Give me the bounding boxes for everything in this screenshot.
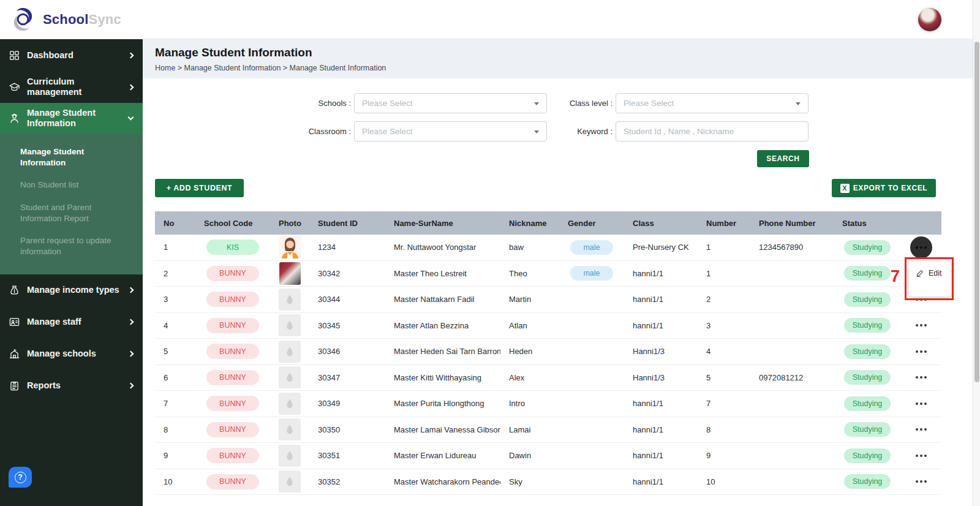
cell-nickname: Dawin [500, 451, 559, 460]
table-row: 4 BUNNY 30345 Master Atlan Bezzina Atlan… [155, 313, 941, 339]
sidebar-item-dashboard[interactable]: Dashboard [0, 39, 143, 71]
cell-photo [270, 289, 309, 311]
student-photo [279, 236, 301, 259]
cell-status: Studying [834, 240, 901, 255]
header-student-id: Student ID [309, 219, 385, 228]
cell-number: 1 [698, 269, 750, 278]
dashboard-icon [8, 49, 20, 61]
photo-placeholder [279, 393, 301, 415]
cell-photo [270, 314, 309, 336]
cell-name-surname: Master Lamai Vanessa Gibson [385, 425, 500, 434]
search-button[interactable]: SEARCH [757, 150, 809, 167]
cell-status: Studying [834, 448, 901, 463]
row-actions-button[interactable] [913, 477, 929, 486]
cell-class: hanni1/1 [624, 321, 698, 330]
sidebar-item-curriculum-management[interactable]: Curriculum management [0, 71, 143, 103]
cell-nickname: Martin [500, 295, 559, 304]
help-button[interactable]: ? [9, 467, 32, 488]
cell-name-surname: Master Erwan Lidureau [385, 451, 500, 460]
cell-actions [901, 347, 941, 357]
row-actions-button[interactable] [913, 347, 929, 357]
school-code-badge: BUNNY [206, 292, 259, 307]
sidebar-item-label: Manage schools [27, 349, 124, 359]
cell-name-surname: Mr. Nuttawoot Yongstar [385, 243, 500, 252]
row-actions-button[interactable] [913, 425, 929, 434]
sidebar-item-manage-staff[interactable]: Manage staff [0, 306, 143, 338]
row-actions-button[interactable] [910, 236, 932, 259]
sidebar-item-manage-student-information[interactable]: Manage Student Information [0, 103, 143, 134]
cell-no: 4 [155, 321, 195, 330]
row-actions-button[interactable] [913, 451, 929, 461]
sidebar-item-label: Manage Student Information [27, 108, 124, 128]
header-photo: Photo [270, 219, 309, 228]
photo-placeholder [279, 341, 301, 363]
sidebar-item-manage-income-types[interactable]: Manage income types [0, 274, 143, 306]
table-header-row: NoSchool CodePhotoStudent IDName-SurName… [155, 211, 941, 235]
add-student-button[interactable]: + ADD STUDENT [155, 179, 244, 197]
cell-status: Studying [834, 474, 901, 489]
chevron-icon [128, 383, 134, 389]
header-number: Number [698, 219, 750, 228]
keyword-input[interactable] [616, 121, 809, 142]
schools-select[interactable]: Please Select [354, 93, 547, 113]
cell-number: 8 [698, 425, 750, 434]
app-logo[interactable]: SchoolSync [9, 5, 121, 34]
cell-school-code: BUNNY [195, 474, 270, 489]
row-actions-button[interactable] [913, 320, 929, 330]
cell-status: Studying [834, 370, 901, 385]
table-row: 9 BUNNY 30351 Master Erwan Lidureau Dawi… [155, 443, 941, 469]
logo-word-primary: School [43, 12, 89, 27]
school-code-badge: BUNNY [206, 318, 259, 333]
top-bar: SchoolSync [0, 0, 980, 39]
export-label: EXPORT TO EXCEL [853, 184, 927, 192]
cell-actions [901, 236, 941, 259]
cell-nickname: Theo [500, 269, 559, 278]
table-row: 5 BUNNY 30346 Master Heden Sai Tarn Barr… [155, 339, 941, 365]
cell-nickname: Heden [500, 347, 559, 356]
submenu-item-non-student-list[interactable]: Non Student list [0, 174, 143, 196]
status-badge: Studying [844, 318, 891, 333]
cell-actions [901, 320, 941, 330]
user-avatar[interactable] [918, 8, 941, 31]
cell-school-code: BUNNY [195, 396, 270, 411]
cell-school-code: BUNNY [195, 370, 270, 385]
cell-number: 1 [698, 243, 750, 252]
classroom-select[interactable]: Please Select [354, 121, 547, 142]
sidebar-item-label: Reports [27, 380, 124, 391]
scrollbar-thumb[interactable] [974, 42, 979, 382]
class-level-select-value: Please Select [624, 99, 674, 108]
income-types-icon [8, 284, 20, 296]
cell-actions [901, 451, 941, 461]
cell-class: hanni1/1 [624, 425, 698, 434]
submenu-item-parent-request-to-update-information[interactable]: Parent request to update information [0, 230, 143, 263]
row-actions-button[interactable] [913, 372, 929, 382]
submenu-item-student-and-parent-information-report[interactable]: Student and Parent Information Report [0, 197, 143, 230]
status-badge: Studying [844, 240, 891, 255]
school-code-badge: BUNNY [206, 266, 259, 281]
table-row: 1 KIS 1234 Mr. Nuttawoot Yongstar baw ma… [155, 235, 941, 261]
chevron-icon [128, 114, 134, 120]
class-level-select[interactable]: Please Select [616, 93, 809, 113]
table-body: 1 KIS 1234 Mr. Nuttawoot Yongstar baw ma… [155, 235, 941, 495]
sidebar-item-reports[interactable]: Reports [0, 370, 143, 402]
schools-label: Schools : [260, 93, 351, 113]
chevron-icon [128, 351, 134, 357]
cell-class: hanni1/1 [624, 399, 698, 408]
cell-name-surname: Master Heden Sai Tarn Barron [385, 347, 500, 356]
gender-badge: male [570, 240, 613, 255]
export-to-excel-button[interactable]: X EXPORT TO EXCEL [832, 179, 936, 197]
cell-school-code: BUNNY [195, 422, 270, 437]
cell-nickname: Atlan [500, 321, 559, 330]
cell-student-id: 30344 [309, 295, 385, 304]
cell-number: 10 [698, 477, 750, 486]
chevron-icon [128, 319, 134, 325]
sidebar-item-manage-schools[interactable]: Manage schools [0, 338, 143, 370]
cell-number: 4 [698, 347, 750, 356]
cell-nickname: baw [500, 243, 559, 252]
status-badge: Studying [844, 448, 891, 463]
cell-number: 7 [698, 399, 750, 408]
submenu-item-manage-student-information[interactable]: Manage Student Information [0, 141, 143, 174]
row-actions-button[interactable] [913, 399, 929, 409]
cell-photo [270, 262, 309, 285]
cell-class: hanni1/1 [624, 295, 698, 304]
